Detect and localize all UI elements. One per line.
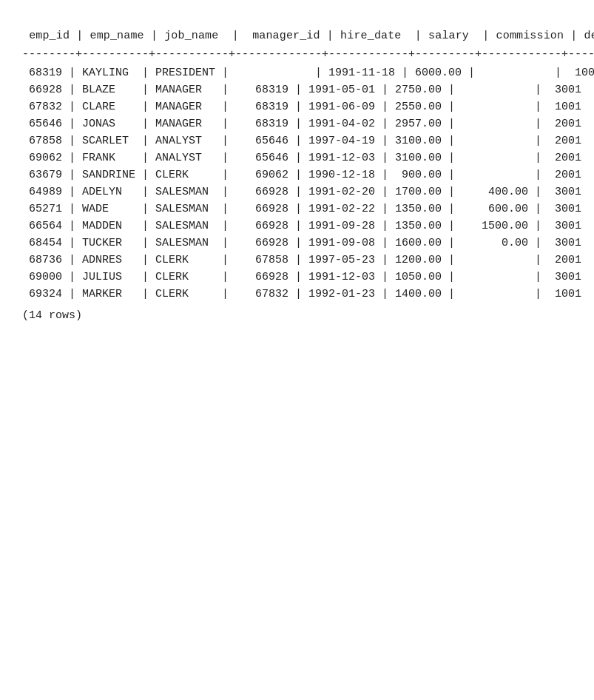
table-row: 69062 | FRANK | ANALYST | 65646 | 1991-1… [22,152,572,164]
table-row: 63679 | SANDRINE | CLERK | 69062 | 1990-… [22,169,572,181]
table-row: 68736 | ADNRES | CLERK | 67858 | 1997-05… [22,254,572,266]
table-row: 67858 | SCARLET | ANALYST | 65646 | 1997… [22,135,572,147]
table-row: 69324 | MARKER | CLERK | 67832 | 1992-01… [22,288,572,300]
table-row: 67832 | CLARE | MANAGER | 68319 | 1991-0… [22,101,572,113]
table-row: 66928 | BLAZE | MANAGER | 68319 | 1991-0… [22,84,572,96]
table-row: 68454 | TUCKER | SALESMAN | 66928 | 1991… [22,237,572,249]
row-count: (14 rows) [22,309,572,322]
table-row: 69000 | JULIUS | CLERK | 66928 | 1991-12… [22,271,572,283]
table-row: 66564 | MADDEN | SALESMAN | 66928 | 1991… [22,220,572,232]
query-result: emp_id | emp_name | job_name | manager_i… [22,30,572,322]
table-row: 68319 | KAYLING | PRESIDENT | | 1991-11-… [22,67,572,79]
column-header: emp_id | emp_name | job_name | manager_i… [22,30,572,42]
table-row: 65271 | WADE | SALESMAN | 66928 | 1991-0… [22,203,572,215]
separator: --------+----------+-----------+--------… [22,48,572,61]
table-row: 64989 | ADELYN | SALESMAN | 66928 | 1991… [22,186,572,198]
table-row: 65646 | JONAS | MANAGER | 68319 | 1991-0… [22,118,572,130]
